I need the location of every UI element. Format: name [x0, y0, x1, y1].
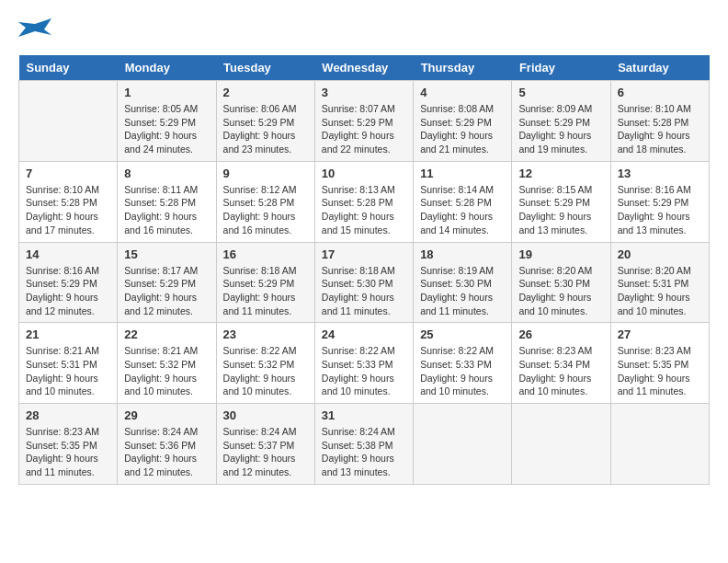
day-number: 23 — [223, 327, 308, 341]
day-number: 25 — [420, 327, 505, 341]
day-info: Sunrise: 8:23 AM Sunset: 5:35 PM Dayligh… — [26, 425, 110, 479]
weekday-header-sunday: Sunday — [19, 55, 118, 81]
week-row-2: 7Sunrise: 8:10 AM Sunset: 5:28 PM Daylig… — [19, 161, 710, 242]
day-number: 30 — [223, 408, 308, 422]
calendar-cell: 21Sunrise: 8:21 AM Sunset: 5:31 PM Dayli… — [19, 323, 118, 404]
calendar-cell: 11Sunrise: 8:14 AM Sunset: 5:28 PM Dayli… — [414, 161, 512, 242]
weekday-header-thursday: Thursday — [414, 55, 512, 81]
calendar-cell: 10Sunrise: 8:13 AM Sunset: 5:28 PM Dayli… — [314, 161, 413, 242]
calendar-cell: 29Sunrise: 8:24 AM Sunset: 5:36 PM Dayli… — [118, 404, 216, 485]
day-number: 20 — [618, 247, 702, 261]
day-number: 1 — [124, 86, 209, 99]
day-info: Sunrise: 8:05 AM Sunset: 5:29 PM Dayligh… — [124, 102, 209, 156]
calendar-cell: 4Sunrise: 8:08 AM Sunset: 5:29 PM Daylig… — [414, 81, 512, 162]
calendar-cell: 31Sunrise: 8:24 AM Sunset: 5:38 PM Dayli… — [314, 404, 413, 485]
calendar-cell: 14Sunrise: 8:16 AM Sunset: 5:29 PM Dayli… — [19, 242, 118, 323]
calendar-cell: 9Sunrise: 8:12 AM Sunset: 5:28 PM Daylig… — [216, 161, 314, 242]
day-info: Sunrise: 8:14 AM Sunset: 5:28 PM Dayligh… — [420, 183, 505, 237]
calendar-cell — [512, 404, 610, 485]
day-number: 8 — [124, 167, 209, 180]
calendar-cell: 27Sunrise: 8:23 AM Sunset: 5:35 PM Dayli… — [610, 323, 709, 404]
page-header — [18, 18, 710, 46]
day-info: Sunrise: 8:06 AM Sunset: 5:29 PM Dayligh… — [223, 102, 308, 156]
day-info: Sunrise: 8:16 AM Sunset: 5:29 PM Dayligh… — [618, 183, 702, 237]
day-info: Sunrise: 8:10 AM Sunset: 5:28 PM Dayligh… — [618, 102, 702, 156]
logo-bird-icon — [18, 18, 51, 46]
day-info: Sunrise: 8:24 AM Sunset: 5:36 PM Dayligh… — [124, 425, 209, 479]
calendar-cell: 18Sunrise: 8:19 AM Sunset: 5:30 PM Dayli… — [414, 242, 512, 323]
day-number: 13 — [618, 167, 702, 180]
day-number: 6 — [618, 86, 702, 99]
day-info: Sunrise: 8:09 AM Sunset: 5:29 PM Dayligh… — [518, 102, 603, 156]
week-row-1: 1Sunrise: 8:05 AM Sunset: 5:29 PM Daylig… — [19, 81, 710, 162]
day-info: Sunrise: 8:23 AM Sunset: 5:35 PM Dayligh… — [618, 344, 702, 398]
weekday-header-wednesday: Wednesday — [314, 55, 413, 81]
day-number: 2 — [223, 86, 308, 99]
calendar-cell: 17Sunrise: 8:18 AM Sunset: 5:30 PM Dayli… — [314, 242, 413, 323]
calendar-cell: 25Sunrise: 8:22 AM Sunset: 5:33 PM Dayli… — [414, 323, 512, 404]
day-info: Sunrise: 8:12 AM Sunset: 5:28 PM Dayligh… — [223, 183, 308, 237]
logo — [18, 18, 55, 46]
calendar-cell: 20Sunrise: 8:20 AM Sunset: 5:31 PM Dayli… — [610, 242, 709, 323]
weekday-header-saturday: Saturday — [610, 55, 709, 81]
day-info: Sunrise: 8:23 AM Sunset: 5:34 PM Dayligh… — [518, 344, 603, 398]
day-number: 18 — [420, 247, 505, 261]
day-info: Sunrise: 8:22 AM Sunset: 5:33 PM Dayligh… — [420, 344, 505, 398]
day-info: Sunrise: 8:17 AM Sunset: 5:29 PM Dayligh… — [124, 264, 209, 318]
day-number: 15 — [124, 247, 209, 261]
day-number: 28 — [26, 408, 110, 422]
day-info: Sunrise: 8:19 AM Sunset: 5:30 PM Dayligh… — [420, 264, 505, 318]
day-info: Sunrise: 8:24 AM Sunset: 5:38 PM Dayligh… — [322, 425, 406, 479]
day-info: Sunrise: 8:20 AM Sunset: 5:31 PM Dayligh… — [618, 264, 702, 318]
day-info: Sunrise: 8:18 AM Sunset: 5:29 PM Dayligh… — [223, 264, 308, 318]
day-info: Sunrise: 8:20 AM Sunset: 5:30 PM Dayligh… — [518, 264, 603, 318]
calendar-cell: 23Sunrise: 8:22 AM Sunset: 5:32 PM Dayli… — [216, 323, 314, 404]
day-number: 3 — [322, 86, 406, 99]
day-number: 19 — [518, 247, 603, 261]
day-info: Sunrise: 8:15 AM Sunset: 5:29 PM Dayligh… — [518, 183, 603, 237]
day-number: 21 — [26, 327, 110, 341]
day-info: Sunrise: 8:24 AM Sunset: 5:37 PM Dayligh… — [223, 425, 308, 479]
day-number: 26 — [518, 327, 603, 341]
day-number: 9 — [223, 167, 308, 180]
calendar-cell: 7Sunrise: 8:10 AM Sunset: 5:28 PM Daylig… — [19, 161, 118, 242]
calendar-cell: 3Sunrise: 8:07 AM Sunset: 5:29 PM Daylig… — [314, 81, 413, 162]
week-row-3: 14Sunrise: 8:16 AM Sunset: 5:29 PM Dayli… — [19, 242, 710, 323]
day-number: 4 — [420, 86, 505, 99]
day-number: 24 — [322, 327, 406, 341]
day-info: Sunrise: 8:21 AM Sunset: 5:31 PM Dayligh… — [26, 344, 110, 398]
calendar-cell: 26Sunrise: 8:23 AM Sunset: 5:34 PM Dayli… — [512, 323, 610, 404]
day-info: Sunrise: 8:07 AM Sunset: 5:29 PM Dayligh… — [322, 102, 406, 156]
day-info: Sunrise: 8:10 AM Sunset: 5:28 PM Dayligh… — [26, 183, 110, 237]
week-row-4: 21Sunrise: 8:21 AM Sunset: 5:31 PM Dayli… — [19, 323, 710, 404]
calendar-cell: 30Sunrise: 8:24 AM Sunset: 5:37 PM Dayli… — [216, 404, 314, 485]
day-info: Sunrise: 8:22 AM Sunset: 5:32 PM Dayligh… — [223, 344, 308, 398]
day-number: 27 — [618, 327, 702, 341]
day-info: Sunrise: 8:18 AM Sunset: 5:30 PM Dayligh… — [322, 264, 406, 318]
day-number: 22 — [124, 327, 209, 341]
day-number: 14 — [26, 247, 110, 261]
day-number: 10 — [322, 167, 406, 180]
day-number: 5 — [518, 86, 603, 99]
day-info: Sunrise: 8:08 AM Sunset: 5:29 PM Dayligh… — [420, 102, 505, 156]
calendar-cell: 15Sunrise: 8:17 AM Sunset: 5:29 PM Dayli… — [118, 242, 216, 323]
day-number: 29 — [124, 408, 209, 422]
calendar-cell: 24Sunrise: 8:22 AM Sunset: 5:33 PM Dayli… — [314, 323, 413, 404]
svg-marker-0 — [18, 18, 51, 37]
day-info: Sunrise: 8:13 AM Sunset: 5:28 PM Dayligh… — [322, 183, 406, 237]
weekday-header-tuesday: Tuesday — [216, 55, 314, 81]
day-info: Sunrise: 8:22 AM Sunset: 5:33 PM Dayligh… — [322, 344, 406, 398]
calendar-cell — [414, 404, 512, 485]
calendar-cell: 16Sunrise: 8:18 AM Sunset: 5:29 PM Dayli… — [216, 242, 314, 323]
day-number: 11 — [420, 167, 505, 180]
calendar-cell: 5Sunrise: 8:09 AM Sunset: 5:29 PM Daylig… — [512, 81, 610, 162]
weekday-header-monday: Monday — [118, 55, 216, 81]
calendar-cell — [610, 404, 709, 485]
calendar-cell: 13Sunrise: 8:16 AM Sunset: 5:29 PM Dayli… — [610, 161, 709, 242]
calendar-cell: 6Sunrise: 8:10 AM Sunset: 5:28 PM Daylig… — [610, 81, 709, 162]
day-number: 7 — [26, 167, 110, 180]
day-number: 16 — [223, 247, 308, 261]
calendar-cell: 12Sunrise: 8:15 AM Sunset: 5:29 PM Dayli… — [512, 161, 610, 242]
weekday-header-row: SundayMondayTuesdayWednesdayThursdayFrid… — [19, 55, 710, 81]
day-info: Sunrise: 8:21 AM Sunset: 5:32 PM Dayligh… — [124, 344, 209, 398]
